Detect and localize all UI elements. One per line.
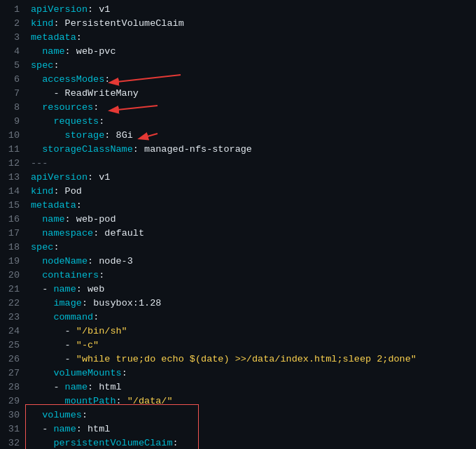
line-content: - "while true;do echo $(date) >>/data/in… [31,352,470,366]
code-line: 19 nodeName: node-3 [0,255,476,269]
line-number: 2 [6,17,20,31]
line-content: spec: [31,241,470,255]
line-content: nodeName: node-3 [31,255,470,269]
line-number: 29 [6,394,20,408]
code-line: 31 - name: html [0,422,476,436]
line-content: storage: 8Gi [31,129,470,143]
code-line: 4 name: web-pvc [0,45,476,59]
line-number: 25 [6,338,20,352]
code-editor: 1apiVersion: v12kind: PersistentVolumeCl… [0,0,476,449]
code-line: 2kind: PersistentVolumeClaim [0,17,476,31]
code-line: 18spec: [0,241,476,255]
line-content: accessModes: [31,73,470,87]
line-number: 27 [6,366,20,380]
code-line: 24 - "/bin/sh" [0,325,476,338]
line-number: 31 [6,422,20,436]
line-number: 7 [6,87,20,101]
code-line: 25 - "-c" [0,338,476,352]
line-number: 1 [6,3,20,17]
line-number: 23 [6,311,20,325]
line-content: kind: PersistentVolumeClaim [31,17,470,31]
code-line: 14kind: Pod [0,185,476,199]
line-content: namespace: default [31,227,470,241]
line-content: persistentVolumeClaim: [31,436,470,449]
line-number: 9 [6,115,20,129]
line-number: 16 [6,213,20,227]
code-line: 10 storage: 8Gi [0,129,476,143]
code-line: 20 containers: [0,269,476,283]
line-number: 4 [6,45,20,59]
line-content: kind: Pod [31,185,470,199]
line-content: - name: html [31,422,470,436]
line-content: resources: [31,101,470,115]
line-content: mountPath: "/data/" [31,394,470,408]
line-content: command: [31,311,470,325]
line-number: 24 [6,325,20,338]
code-line: 5spec: [0,59,476,73]
code-line: 27 volumeMounts: [0,366,476,380]
code-line: 11 storageClassName: managed-nfs-storage [0,143,476,157]
line-content: name: web-pvc [31,45,470,59]
line-number: 15 [6,199,20,213]
code-line: 8 resources: [0,101,476,115]
line-content: - "/bin/sh" [31,325,470,338]
code-line: 29 mountPath: "/data/" [0,394,476,408]
line-number: 28 [6,380,20,394]
line-content: apiVersion: v1 [31,171,470,185]
line-content: --- [31,157,470,171]
line-content: volumeMounts: [31,366,470,380]
line-number: 19 [6,255,20,269]
line-number: 17 [6,227,20,241]
line-number: 12 [6,157,20,171]
code-line: 1apiVersion: v1 [0,3,476,17]
line-number: 8 [6,101,20,115]
code-line: 30 volumes: [0,408,476,422]
code-line: 17 namespace: default [0,227,476,241]
line-number: 22 [6,297,20,311]
line-number: 13 [6,171,20,185]
line-content: requests: [31,115,470,129]
code-line: 15metadata: [0,199,476,213]
line-content: apiVersion: v1 [31,3,470,17]
line-number: 21 [6,283,20,297]
line-content: - ReadWriteMany [31,87,470,101]
line-content: metadata: [31,31,470,45]
code-line: 32 persistentVolumeClaim: [0,436,476,449]
code-line: 7 - ReadWriteMany [0,87,476,101]
line-content: containers: [31,269,470,283]
line-number: 11 [6,143,20,157]
line-number: 6 [6,73,20,87]
code-line: 21 - name: web [0,283,476,297]
code-line: 3metadata: [0,31,476,45]
line-content: image: busybox:1.28 [31,297,470,311]
line-number: 10 [6,129,20,143]
line-content: name: web-pod [31,213,470,227]
code-line: 9 requests: [0,115,476,129]
code-line: 16 name: web-pod [0,213,476,227]
line-number: 18 [6,241,20,255]
line-content: spec: [31,59,470,73]
line-content: - "-c" [31,338,470,352]
line-content: volumes: [31,408,470,422]
code-line: 13apiVersion: v1 [0,171,476,185]
line-content: - name: web [31,283,470,297]
line-number: 30 [6,408,20,422]
line-number: 3 [6,31,20,45]
line-content: storageClassName: managed-nfs-storage [31,143,470,157]
line-number: 20 [6,269,20,283]
code-line: 23 command: [0,311,476,325]
code-line: 12--- [0,157,476,171]
code-line: 6 accessModes: [0,73,476,87]
line-content: metadata: [31,199,470,213]
line-number: 5 [6,59,20,73]
line-number: 26 [6,352,20,366]
code-line: 22 image: busybox:1.28 [0,297,476,311]
line-number: 14 [6,185,20,199]
line-content: - name: html [31,380,470,394]
code-line: 28 - name: html [0,380,476,394]
code-line: 26 - "while true;do echo $(date) >>/data… [0,352,476,366]
line-number: 32 [6,436,20,449]
